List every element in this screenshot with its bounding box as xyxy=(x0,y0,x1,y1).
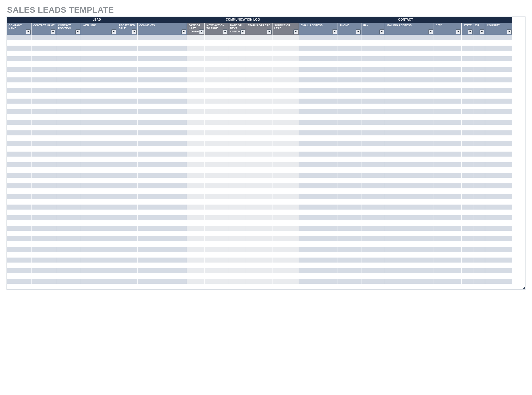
cell[interactable] xyxy=(338,167,361,173)
cell[interactable] xyxy=(228,109,246,114)
cell[interactable] xyxy=(228,231,246,236)
cell[interactable] xyxy=(228,226,246,231)
cell[interactable] xyxy=(7,120,32,125)
cell[interactable] xyxy=(272,40,299,46)
cell[interactable] xyxy=(56,258,81,263)
cell[interactable] xyxy=(187,252,205,258)
cell[interactable] xyxy=(117,258,138,263)
cell[interactable] xyxy=(246,109,272,114)
cell[interactable] xyxy=(385,46,434,51)
cell[interactable] xyxy=(56,220,81,226)
filter-dropdown-icon[interactable] xyxy=(293,29,298,34)
cell[interactable] xyxy=(228,72,246,77)
cell[interactable] xyxy=(187,279,205,284)
cell[interactable] xyxy=(56,247,81,252)
cell[interactable] xyxy=(434,183,462,189)
cell[interactable] xyxy=(385,220,434,226)
cell[interactable] xyxy=(228,178,246,183)
cell[interactable] xyxy=(485,125,512,130)
cell[interactable] xyxy=(7,279,32,284)
cell[interactable] xyxy=(361,93,385,99)
cell[interactable] xyxy=(7,173,32,178)
cell[interactable] xyxy=(462,46,473,51)
cell[interactable] xyxy=(138,130,187,136)
cell[interactable] xyxy=(338,215,361,220)
cell[interactable] xyxy=(228,62,246,67)
cell[interactable] xyxy=(138,40,187,46)
cell[interactable] xyxy=(246,114,272,120)
cell[interactable] xyxy=(187,56,205,62)
cell[interactable] xyxy=(338,83,361,88)
cell[interactable] xyxy=(473,120,485,125)
cell[interactable] xyxy=(361,162,385,167)
cell[interactable] xyxy=(81,72,117,77)
cell[interactable] xyxy=(485,220,512,226)
cell[interactable] xyxy=(138,136,187,141)
cell[interactable] xyxy=(205,173,228,178)
cell[interactable] xyxy=(7,125,32,130)
cell[interactable] xyxy=(56,199,81,205)
cell[interactable] xyxy=(361,136,385,141)
cell[interactable] xyxy=(117,114,138,120)
cell[interactable] xyxy=(473,273,485,279)
cell[interactable] xyxy=(228,67,246,72)
cell[interactable] xyxy=(138,273,187,279)
cell[interactable] xyxy=(32,152,56,157)
cell[interactable] xyxy=(462,189,473,194)
cell[interactable] xyxy=(117,215,138,220)
cell[interactable] xyxy=(299,247,338,252)
cell[interactable] xyxy=(187,173,205,178)
cell[interactable] xyxy=(338,136,361,141)
cell[interactable] xyxy=(56,236,81,242)
cell[interactable] xyxy=(187,46,205,51)
cell[interactable] xyxy=(338,284,361,289)
cell[interactable] xyxy=(434,35,462,40)
cell[interactable] xyxy=(462,152,473,157)
cell[interactable] xyxy=(205,226,228,231)
cell[interactable] xyxy=(32,284,56,289)
cell[interactable] xyxy=(272,258,299,263)
cell[interactable] xyxy=(385,162,434,167)
cell[interactable] xyxy=(246,231,272,236)
cell[interactable] xyxy=(117,152,138,157)
cell[interactable] xyxy=(361,157,385,162)
cell[interactable] xyxy=(485,72,512,77)
cell[interactable] xyxy=(462,83,473,88)
cell[interactable] xyxy=(385,273,434,279)
cell[interactable] xyxy=(462,236,473,242)
cell[interactable] xyxy=(32,167,56,173)
cell[interactable] xyxy=(485,109,512,114)
cell[interactable] xyxy=(7,252,32,258)
cell[interactable] xyxy=(246,236,272,242)
cell[interactable] xyxy=(485,157,512,162)
cell[interactable] xyxy=(385,146,434,152)
cell[interactable] xyxy=(56,215,81,220)
cell[interactable] xyxy=(187,199,205,205)
cell[interactable] xyxy=(205,167,228,173)
cell[interactable] xyxy=(81,130,117,136)
cell[interactable] xyxy=(361,62,385,67)
cell[interactable] xyxy=(138,220,187,226)
cell[interactable] xyxy=(485,284,512,289)
cell[interactable] xyxy=(138,157,187,162)
cell[interactable] xyxy=(117,247,138,252)
cell[interactable] xyxy=(138,263,187,268)
cell[interactable] xyxy=(361,46,385,51)
cell[interactable] xyxy=(187,215,205,220)
cell[interactable] xyxy=(338,46,361,51)
cell[interactable] xyxy=(361,104,385,109)
cell[interactable] xyxy=(299,263,338,268)
cell[interactable] xyxy=(434,104,462,109)
cell[interactable] xyxy=(56,83,81,88)
cell[interactable] xyxy=(138,77,187,83)
cell[interactable] xyxy=(385,136,434,141)
cell[interactable] xyxy=(187,194,205,199)
cell[interactable] xyxy=(485,258,512,263)
cell[interactable] xyxy=(385,258,434,263)
cell[interactable] xyxy=(56,162,81,167)
filter-dropdown-icon[interactable] xyxy=(132,29,137,34)
cell[interactable] xyxy=(246,35,272,40)
cell[interactable] xyxy=(473,46,485,51)
cell[interactable] xyxy=(138,279,187,284)
cell[interactable] xyxy=(272,62,299,67)
